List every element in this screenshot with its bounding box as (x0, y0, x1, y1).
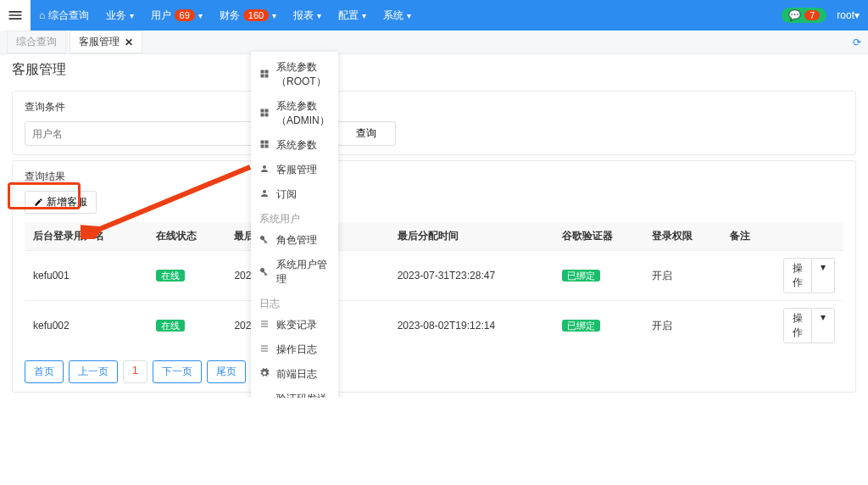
list-icon (259, 319, 276, 332)
col-action (775, 222, 843, 251)
table-row: kefu002在线2023-042023-08-02T19:12:14已绑定开启… (25, 301, 843, 351)
caret-down-icon: ▾ (854, 9, 860, 21)
menu-item[interactable]: 账变记录 (251, 313, 338, 337)
tab-label: 综合查询 (16, 35, 57, 49)
nav-report[interactable]: 报表▾ (285, 0, 330, 31)
add-button[interactable]: 新增客服 (25, 191, 97, 214)
topbar: ⌂ 综合查询 业务▾ 用户 69 ▾ 财务 160 ▾ 报表▾ 配置▾ 系统▾ … (0, 0, 868, 31)
badge-count: 160 (243, 9, 269, 21)
menu-group-sysuser: 系统用户 (251, 207, 338, 228)
menu-item-label: 验证码发送日志 (276, 392, 330, 398)
menu-item[interactable]: 角色管理 (251, 228, 338, 253)
menu-item-label: 系统参数（ROOT） (276, 60, 330, 89)
pager-last[interactable]: 尾页 (207, 360, 246, 383)
col-last-assign: 最后分配时间 (389, 222, 554, 251)
nav-label: 业务 (106, 8, 126, 23)
home-icon: ⌂ (39, 9, 45, 21)
tab-inactive[interactable]: 综合查询 (7, 31, 66, 53)
menu-group-log: 日志 (251, 292, 338, 313)
row-action-caret[interactable]: ▾ (812, 258, 835, 293)
col-remark: 备注 (721, 222, 775, 251)
menu-item[interactable]: 客服管理 (251, 158, 338, 182)
pager-first[interactable]: 首页 (25, 360, 64, 383)
pager-num[interactable]: 1 (123, 360, 147, 383)
page-tabs: 综合查询 客服管理 ✕ ⟳ (0, 31, 868, 54)
tab-label: 客服管理 (79, 35, 120, 49)
search-panel: 查询条件 查询 (12, 91, 856, 155)
refresh-icon[interactable]: ⟳ (853, 36, 861, 48)
nav-home-label: 综合查询 (48, 8, 89, 23)
menu-item[interactable]: 验证码发送日志 (251, 387, 338, 398)
nav-user[interactable]: 用户 69 ▾ (142, 0, 211, 31)
search-button[interactable]: 查询 (337, 121, 396, 146)
menu-item[interactable]: 系统参数（ADMIN） (251, 94, 338, 133)
cell-last-assign: 2023-08-02T19:12:14 (389, 301, 554, 351)
row-action-button[interactable]: 操作 (783, 308, 812, 343)
col-username: 后台登录用户名 (25, 222, 147, 251)
cell-last-assign: 2023-07-31T23:28:47 (389, 251, 554, 301)
nav-label: 用户 (151, 8, 171, 23)
row-action-caret[interactable]: ▾ (812, 308, 835, 343)
cell-login: 开启 (643, 251, 721, 301)
badge-count: 69 (175, 9, 195, 21)
nav-label: 配置 (338, 8, 359, 23)
cell-status: 在线 (147, 301, 225, 351)
row-action-button[interactable]: 操作 (783, 258, 812, 293)
page-title: 客服管理 (0, 54, 868, 86)
caret-down-icon: ▾ (407, 11, 411, 20)
caret-down-icon: ▾ (317, 11, 321, 20)
chat-icon: 💬 (788, 9, 801, 21)
cell-action: 操作▾ (775, 251, 843, 301)
chat-button[interactable]: 💬 7 (782, 8, 826, 23)
cell-user: kefu002 (25, 301, 147, 351)
nav-config[interactable]: 配置▾ (330, 0, 375, 31)
cell-ga: 已绑定 (554, 251, 643, 301)
menu-item[interactable]: 前端日志 (251, 362, 338, 387)
nav-label: 财务 (220, 8, 240, 23)
pager-prev[interactable]: 上一页 (69, 360, 118, 383)
caret-down-icon: ▾ (362, 11, 366, 20)
menu-item-label: 系统参数 (276, 138, 317, 153)
menu-item-label: 账变记录 (276, 318, 317, 332)
user-icon (259, 164, 276, 176)
nav-right: 💬 7 root ▾ (782, 8, 868, 23)
nav-home[interactable]: ⌂ 综合查询 (31, 0, 97, 31)
col-login: 登录权限 (643, 222, 721, 251)
nav-system[interactable]: 系统▾ (375, 0, 420, 31)
menu-item[interactable]: 系统参数（ROOT） (251, 55, 338, 94)
key-icon (259, 234, 276, 247)
menu-item-label: 系统用户管理 (276, 258, 330, 287)
col-ga: 谷歌验证器 (554, 222, 643, 251)
nav-label: 报表 (293, 8, 314, 23)
close-icon[interactable]: ✕ (125, 36, 133, 48)
menu-item-label: 操作日志 (276, 343, 317, 357)
menu-item[interactable]: 系统参数 (251, 133, 338, 158)
tab-active[interactable]: 客服管理 ✕ (70, 31, 142, 53)
hamburger-menu[interactable] (0, 0, 31, 31)
grid-icon (259, 108, 276, 120)
menu-item[interactable]: 系统用户管理 (251, 253, 338, 292)
menu-item-label: 角色管理 (276, 233, 317, 248)
search-title: 查询条件 (25, 100, 843, 114)
pager-next[interactable]: 下一页 (153, 360, 202, 383)
cell-action: 操作▾ (775, 301, 843, 351)
nav-finance[interactable]: 财务 160 ▾ (211, 0, 285, 31)
menu-item[interactable]: 订阅 (251, 182, 338, 207)
cell-remark (721, 251, 775, 301)
chat-count: 7 (804, 10, 820, 20)
list-icon (259, 343, 276, 356)
results-panel: 查询结果 新增客服 后台登录用户名 在线状态 最后上线 最后分配时间 谷歌验证器… (12, 160, 856, 393)
col-status: 在线状态 (147, 222, 225, 251)
cell-status: 在线 (147, 251, 225, 301)
menu-item-label: 前端日志 (276, 367, 317, 382)
main-nav: ⌂ 综合查询 业务▾ 用户 69 ▾ 财务 160 ▾ 报表▾ 配置▾ 系统▾ (31, 0, 420, 31)
menu-item[interactable]: 操作日志 (251, 337, 338, 362)
pencil-icon (34, 198, 43, 207)
results-title: 查询结果 (25, 170, 843, 184)
caret-down-icon: ▾ (272, 11, 276, 20)
nav-business[interactable]: 业务▾ (97, 0, 142, 31)
cell-user: kefu001 (25, 251, 147, 301)
pager: 首页 上一页 1 下一页 尾页 (25, 360, 843, 383)
user-dropdown[interactable]: root ▾ (837, 9, 860, 21)
grid-icon (259, 139, 276, 152)
